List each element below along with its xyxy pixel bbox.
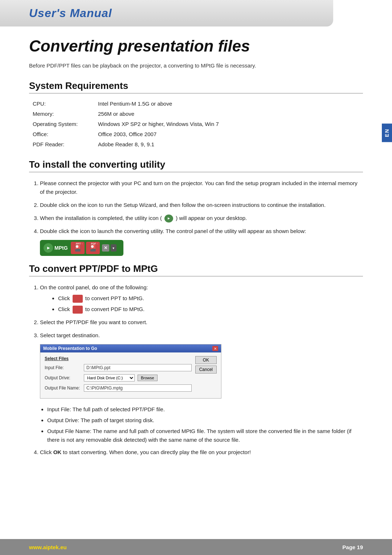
page-main-title: Converting presentation files [29,37,363,55]
dialog-cancel-button[interactable]: Cancel [195,366,217,374]
spec-row-memory: Memory: 256M or above [33,110,363,118]
dialog-body: Select Files Input File: D:\MPtG.ppt Out… [40,352,221,398]
utility-logo: ▶ MPtG [42,243,69,253]
convert-heading: To convert PPT/PDF to MPtG [29,263,363,277]
dialog-output-drive-row: Output Drive: Hard Disk Drive (C:) Brows… [45,374,192,381]
install-step-1: Please connect the projector with your P… [40,179,363,196]
convert-step-3: Select target destination. [40,331,363,340]
header-title: User's Manual [29,7,112,20]
spec-value-os: Windows XP SP2 or higher, Windows Vista,… [98,120,219,128]
ppt-convert-button[interactable]: PPT→ 🎴 [71,242,85,254]
dialog-screenshot: Mobile Presentation to Go ✕ Select Files… [40,344,221,399]
spec-row-cpu: CPU: Intel Pentium-M 1.5G or above [33,99,363,108]
spec-value-office: Office 2003, Office 2007 [98,130,156,139]
dialog-output-name-label: Output File Name: [45,385,81,391]
spec-row-os: Operating System: Windows XP SP2 or high… [33,120,363,128]
post-dialog-bullets: Input File: The full path of selected PP… [47,405,363,444]
dialog-output-name-row: Output File Name: C:\PtG\MPtG.mptg [45,384,192,392]
bullet-output-filename: Output File Name: The name and full path… [47,427,363,444]
ppt-button-icon [73,295,83,303]
header-banner: User's Manual [0,0,333,26]
footer-page: Page 19 [342,544,363,550]
convert-step-1: On the control panel, do one of the foll… [40,283,363,314]
utility-control-panel: ▶ MPtG PPT→ 🎴 PDF→ 🎴 ✕ ▾ [40,240,123,256]
dialog-section-label: Select Files [45,356,192,361]
spec-value-memory: 256M or above [98,110,134,118]
dialog-input-label: Input File: [45,365,81,370]
bullet-output-drive: Output Drive: The path of target storing… [47,416,363,425]
convert-steps-list: On the control panel, do one of the foll… [40,283,363,340]
dialog-browse-button[interactable]: Browse [138,375,158,381]
spec-value-pdf: Adobe Reader 8, 9, 9.1 [98,140,154,149]
install-heading: To install the converting utility [29,159,363,172]
spec-label-pdf: PDF Reader: [33,140,98,149]
dialog-content-row: Select Files Input File: D:\MPtG.ppt Out… [45,356,217,395]
dialog-drive-select[interactable]: Hard Disk Drive (C:) [84,374,135,381]
spec-row-office: Office: Office 2003, Office 2007 [33,130,363,139]
system-requirements-heading: System Requirements [29,80,363,94]
dialog-title-bar: Mobile Presentation to Go ✕ [40,344,221,352]
dialog-fields: Select Files Input File: D:\MPtG.ppt Out… [45,356,192,395]
convert-step-2: Select the PPT/PDF file you want to conv… [40,318,363,327]
bullet-ppt: Click to convert PPT to MPtG. [58,294,363,303]
dialog-output-drive-label: Output Drive: [45,375,81,380]
main-content: Converting presentation files Before PDF… [0,26,392,472]
convert-step4-list: Click OK to start converting. When done,… [40,448,363,457]
utility-logo-text: MPtG [54,245,68,251]
spec-label-office: Office: [33,130,98,139]
utility-close-button[interactable]: ✕ [102,244,109,252]
ok-bold: OK [53,449,62,455]
dialog-title: Mobile Presentation to Go [43,346,97,351]
spec-row-pdf: PDF Reader: Adobe Reader 8, 9, 9.1 [33,140,363,149]
spec-label-memory: Memory: [33,110,98,118]
dialog-right-buttons: OK Cancel [195,356,217,395]
dialog-output-name-value: C:\PtG\MPtG.mptg [84,384,192,392]
install-step-2: Double click on the icon to run the Setu… [40,201,363,209]
install-step-4: Double click the icon to launch the conv… [40,227,363,236]
utility-icon-inline: ▶ [164,215,173,223]
en-side-tab: EN [382,123,392,142]
pdf-button-icon [73,306,83,314]
dialog-close-button[interactable]: ✕ [212,346,218,351]
spec-label-os: Operating System: [33,120,98,128]
convert-step-1-bullets: Click to convert PPT to MPtG. Click to c… [58,294,363,314]
utility-logo-circle: ▶ [44,243,53,253]
pdf-convert-button[interactable]: PDF→ 🎴 [86,242,100,254]
dialog-ok-button[interactable]: OK [195,356,217,364]
utility-dropdown-button[interactable]: ▾ [111,244,117,252]
convert-step-4: Click OK to start converting. When done,… [40,448,363,457]
install-step-3: When the installation is completed, the … [40,214,363,223]
bullet-input-file: Input File: The full path of selected PP… [47,405,363,414]
intro-text: Before PDF/PPT files can be playback on … [29,61,363,70]
dialog-input-value: D:\MPtG.ppt [84,364,192,371]
spec-label-cpu: CPU: [33,99,98,108]
bullet-pdf: Click to convert PDF to MPtG. [58,305,363,314]
dialog-input-row: Input File: D:\MPtG.ppt [45,364,192,371]
spec-value-cpu: Intel Pentium-M 1.5G or above [98,99,172,108]
spec-table: CPU: Intel Pentium-M 1.5G or above Memor… [33,99,363,149]
footer-url: www.aiptek.eu [29,544,67,550]
footer: www.aiptek.eu Page 19 [0,539,392,555]
install-steps-list: Please connect the projector with your P… [40,179,363,236]
